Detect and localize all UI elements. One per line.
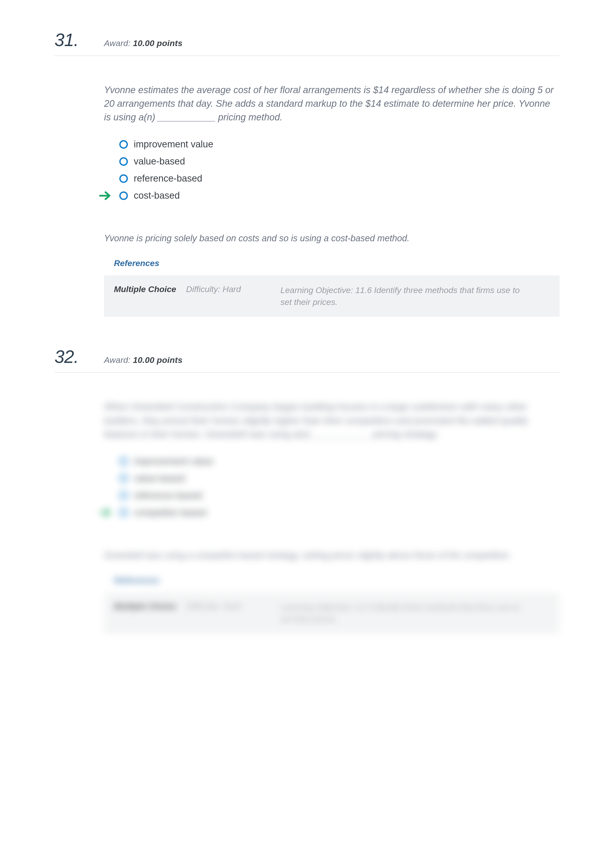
options-list: improvement value value-based reference-… xyxy=(119,139,560,201)
option-label: cost-based xyxy=(134,190,180,201)
award-prefix: Award: xyxy=(104,355,133,365)
option-label: improvement value xyxy=(134,139,213,150)
references-link[interactable]: References xyxy=(114,258,560,268)
difficulty-label: Difficulty: Hard xyxy=(186,284,241,294)
option-label: reference-based xyxy=(134,173,202,184)
options-list: improvement value value-based reference-… xyxy=(119,456,560,518)
option-reference-based[interactable]: reference-based xyxy=(119,173,560,184)
learning-objective: Learning Objective: 11.6 Identify three … xyxy=(281,284,523,308)
question-body: Yvonne estimates the average cost of her… xyxy=(104,83,560,317)
svg-point-7 xyxy=(120,492,127,499)
svg-point-6 xyxy=(120,475,127,482)
option-label: competitor-based xyxy=(134,507,206,518)
radio-icon xyxy=(119,508,128,517)
svg-point-4 xyxy=(120,192,127,199)
award-points: 10.00 points xyxy=(133,355,183,365)
question-31: 31. Award: 10.00 points Yvonne estimates… xyxy=(54,30,560,317)
svg-point-9 xyxy=(120,509,127,516)
question-award: Award: 10.00 points xyxy=(104,39,183,48)
question-number: 31. xyxy=(54,30,104,50)
svg-point-0 xyxy=(120,141,127,148)
question-type: Multiple Choice xyxy=(114,284,176,294)
question-award: Award: 10.00 points xyxy=(104,355,183,365)
question-body-locked: When Greenbelt Construction Company bega… xyxy=(104,400,560,634)
option-label: improvement value xyxy=(134,456,213,467)
radio-icon xyxy=(119,140,128,149)
explanation-text: Yvonne is pricing solely based on costs … xyxy=(104,233,560,243)
radio-icon xyxy=(119,474,128,483)
correct-arrow-icon xyxy=(99,191,112,201)
meta-row: Multiple Choice Difficulty: Hard Learnin… xyxy=(104,592,560,634)
option-improvement-value[interactable]: improvement value xyxy=(119,456,560,467)
option-cost-based[interactable]: cost-based xyxy=(119,190,560,201)
question-number: 32. xyxy=(54,347,104,367)
question-type: Multiple Choice xyxy=(114,601,176,611)
question-header: 32. Award: 10.00 points xyxy=(54,347,560,373)
correct-arrow-icon xyxy=(99,508,112,518)
option-label: value-based xyxy=(134,473,185,484)
meta-row: Multiple Choice Difficulty: Hard Learnin… xyxy=(104,276,560,317)
question-header: 31. Award: 10.00 points xyxy=(54,30,560,56)
radio-icon xyxy=(119,191,128,200)
question-stem: Yvonne estimates the average cost of her… xyxy=(104,83,560,124)
learning-objective: Learning Objective: 11.6 Identify three … xyxy=(281,601,523,625)
option-improvement-value[interactable]: improvement value xyxy=(119,139,560,150)
award-points: 10.00 points xyxy=(133,39,183,48)
radio-icon xyxy=(119,457,128,466)
option-label: reference-based xyxy=(134,490,202,501)
option-value-based[interactable]: value-based xyxy=(119,156,560,167)
option-value-based[interactable]: value-based xyxy=(119,473,560,484)
difficulty-label: Difficulty: Hard xyxy=(186,601,241,611)
svg-point-2 xyxy=(120,175,127,182)
option-competitor-based[interactable]: competitor-based xyxy=(119,507,560,518)
option-reference-based[interactable]: reference-based xyxy=(119,490,560,501)
explanation-text: Greenbelt was using a competitor-based s… xyxy=(104,550,560,561)
option-label: value-based xyxy=(134,156,185,167)
question-32: 32. Award: 10.00 points When Greenbelt C… xyxy=(54,347,560,634)
svg-point-5 xyxy=(120,458,127,465)
page: 31. Award: 10.00 points Yvonne estimates… xyxy=(0,0,614,868)
radio-icon xyxy=(119,174,128,183)
references-link[interactable]: References xyxy=(114,575,560,585)
radio-icon xyxy=(119,157,128,166)
question-stem: When Greenbelt Construction Company bega… xyxy=(104,400,560,441)
svg-point-1 xyxy=(120,158,127,165)
award-prefix: Award: xyxy=(104,39,133,48)
radio-icon xyxy=(119,491,128,500)
